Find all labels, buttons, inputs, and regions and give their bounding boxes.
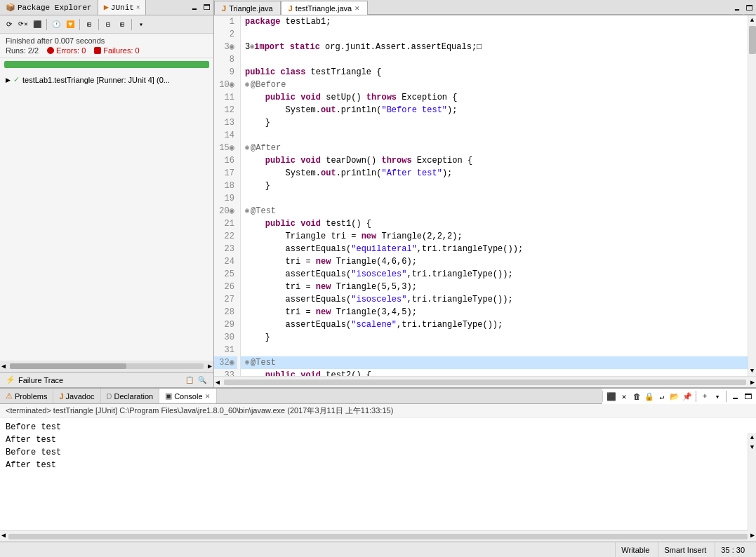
code-line-11: public void setUp() throws Exception { — [241, 91, 748, 104]
javadoc-icon: J — [59, 392, 63, 401]
clear-console-button[interactable]: 🗑 — [631, 391, 642, 402]
console-vscroll-down[interactable]: ▼ — [748, 443, 756, 452]
smart-insert-status: Smart Insert — [658, 542, 712, 557]
ln-11: 11 — [214, 91, 237, 104]
scroll-right-icon[interactable]: ▶ — [206, 362, 213, 370]
terminate-button[interactable]: ⬛ — [606, 391, 617, 402]
rerun-button[interactable]: ⟳ — [3, 18, 15, 31]
sep4 — [131, 19, 132, 30]
word-wrap-button[interactable]: ↵ — [656, 391, 668, 402]
code-line-22: Triangle tri = new Triangle(2,2,2); — [241, 230, 748, 243]
code-line-3: 3◉import static org.junit.Assert.assertE… — [241, 41, 748, 53]
console-hscrollbar[interactable] — [8, 534, 748, 539]
junit-toolbar: ⟳ ⟳✕ ⬛ 🕐 🔽 ⊞ ⊟ ⊞ ▾ — [0, 15, 213, 34]
left-scrollbar[interactable] — [10, 363, 204, 369]
code-line-33: public void test2() { — [241, 369, 748, 376]
failure-trace-header: ⚡ Failure Trace 📋 🔍 — [0, 372, 213, 387]
editor-tabs: J Triangle.java J testTriangle.java ✕ 🗕 … — [214, 0, 756, 15]
ln-21: 21 — [214, 217, 237, 230]
scroll-lock-button[interactable]: 🔒 — [644, 391, 655, 402]
left-scrollbar-thumb — [10, 363, 126, 369]
finished-text: Finished after 0.007 seconds — [6, 36, 208, 45]
collapse-all-button[interactable]: ⊟ — [102, 18, 114, 31]
tab-package-explorer[interactable]: 📦 Package Explorer — [0, 0, 98, 15]
ln-10: 10◉ — [214, 79, 237, 91]
open-file-button[interactable]: 📂 — [669, 391, 680, 402]
tab-test-triangle-java[interactable]: J testTriangle.java ✕ — [281, 1, 368, 15]
editor-maximize-button[interactable]: 🗖 — [743, 2, 756, 15]
expand-all-button[interactable]: ⊞ — [116, 18, 128, 31]
minimize-panel-button[interactable]: 🗕 — [188, 1, 201, 14]
code-line-16: public void tearDown() throws Exception … — [241, 154, 748, 167]
code-area[interactable]: 1 2 3◉ 8 9 10◉ 11 12 13 14 15◉ 16 17 18 … — [214, 15, 756, 376]
stop-button[interactable]: ⬛ — [31, 18, 44, 31]
editor-scroll-left-btn[interactable]: ◀ — [214, 378, 221, 387]
code-line-32: ◉@Test — [241, 356, 748, 369]
filter-trace-button[interactable]: 🔍 — [197, 375, 208, 386]
close-junit-tab-icon[interactable]: ✕ — [136, 4, 140, 11]
editor-scroll-right-btn[interactable]: ▶ — [749, 378, 756, 387]
view-menu-button[interactable]: ▾ — [135, 18, 147, 31]
editor-vscrollbar[interactable]: ▲ ▼ — [748, 15, 756, 376]
new-console-button[interactable]: + — [699, 391, 710, 402]
console-view-menu[interactable]: ▾ — [712, 391, 723, 402]
tab-console[interactable]: ▣ Console ✕ — [159, 389, 216, 403]
test-item[interactable]: ▶ ✓ testLab1.testTriangle [Runner: JUnit… — [3, 74, 211, 86]
console-sep2 — [726, 391, 727, 402]
console-scroll-right[interactable]: ▶ — [749, 531, 756, 542]
ln-16: 16 — [214, 154, 237, 167]
problems-icon: ⚠ — [6, 391, 13, 401]
maximize-panel-button[interactable]: 🗖 — [201, 1, 213, 14]
code-line-24: tri = new Triangle(4,6,6); — [241, 255, 748, 268]
close-console-tab-icon[interactable]: ✕ — [205, 393, 211, 400]
ln-9: 9 — [214, 66, 237, 79]
history-button[interactable]: 🕐 — [50, 18, 62, 31]
console-minimize-button[interactable]: 🗕 — [729, 391, 741, 402]
left-scroll-area: ◀ ▶ — [0, 361, 213, 372]
failure-icon — [94, 47, 101, 54]
left-panel: 📦 Package Explorer ▶ JUnit ✕ 🗕 🗖 ⟳ ⟳✕ ⬛ … — [0, 0, 214, 387]
code-line-2 — [241, 28, 748, 41]
tab-problems[interactable]: ⚠ Problems — [0, 389, 53, 403]
javadoc-label: Javadoc — [66, 392, 95, 401]
test-item-label: testLab1.testTriangle [Runner: JUnit 4] … — [22, 76, 170, 84]
remove-terminated-button[interactable]: ✕ — [618, 391, 630, 402]
pin-console-button[interactable]: 📌 — [682, 391, 693, 402]
code-line-9: public class testTriangle { — [241, 66, 748, 79]
console-scroll-left[interactable]: ◀ — [0, 531, 7, 542]
filter-button[interactable]: 🔽 — [64, 18, 77, 31]
triangle-java-icon: J — [222, 4, 226, 13]
code-line-20: ◉@Test — [241, 205, 748, 217]
scroll-up-button[interactable]: ▲ — [748, 15, 756, 25]
editor-scroll-bottom: ◀ ▶ — [214, 376, 756, 387]
close-test-tab-icon[interactable]: ✕ — [354, 5, 360, 12]
console-maximize-button[interactable]: 🗖 — [742, 391, 753, 402]
console-sep — [696, 391, 696, 402]
ln-23: 23 — [214, 243, 237, 255]
console-label: Console — [174, 392, 202, 401]
left-panel-tabs: 📦 Package Explorer ▶ JUnit ✕ 🗕 🗖 — [0, 0, 213, 15]
tab-declaration[interactable]: D Declaration — [101, 389, 160, 403]
editor-minimize-button[interactable]: 🗕 — [731, 2, 743, 15]
scroll-left-icon[interactable]: ◀ — [0, 362, 7, 370]
code-line-1: package testLab1; — [241, 15, 748, 28]
scroll-down-button[interactable]: ▼ — [748, 366, 756, 376]
code-line-30: } — [241, 331, 748, 344]
tab-javadoc[interactable]: J Javadoc — [53, 389, 100, 403]
editor-hscrollbar[interactable] — [224, 380, 746, 385]
console-actions: ⬛ ✕ 🗑 🔒 ↵ 📂 📌 + ▾ 🗕 🗖 — [602, 391, 756, 402]
writable-status: Writable — [615, 542, 655, 557]
console-vscroll-up[interactable]: ▲ — [748, 433, 756, 443]
tab-junit[interactable]: ▶ JUnit ✕ — [98, 0, 147, 15]
line-numbers: 1 2 3◉ 8 9 10◉ 11 12 13 14 15◉ 16 17 18 … — [214, 15, 241, 376]
console-vscrollbar[interactable]: ▲ ▼ — [748, 433, 756, 531]
layout-button[interactable]: ⊞ — [83, 18, 95, 31]
ln-3: 3◉ — [214, 41, 237, 53]
tab-triangle-java[interactable]: J Triangle.java — [214, 1, 281, 15]
rerun-failed-button[interactable]: ⟳✕ — [17, 18, 29, 31]
copy-trace-button[interactable]: 📋 — [184, 375, 195, 386]
editor-panel: J Triangle.java J testTriangle.java ✕ 🗕 … — [214, 0, 756, 387]
code-content[interactable]: package testLab1; 3◉import static org.ju… — [241, 15, 748, 376]
test-results: ▶ ✓ testLab1.testTriangle [Runner: JUnit… — [0, 71, 213, 361]
code-line-8 — [241, 53, 748, 66]
